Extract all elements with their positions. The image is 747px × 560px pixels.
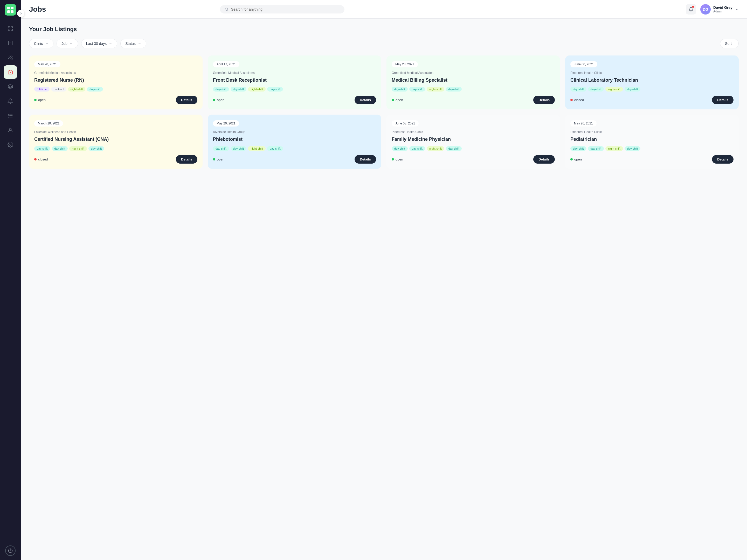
- job-tag: night-shift: [68, 87, 85, 91]
- details-button[interactable]: Details: [712, 96, 733, 104]
- filter-clinic[interactable]: Clinic: [29, 39, 53, 48]
- card-date: April 17, 2021: [213, 61, 239, 68]
- card-date: May 20, 2021: [34, 61, 60, 68]
- card-tags: day-shiftday-shiftnight-shiftday-shift: [392, 146, 555, 151]
- job-tag: day-shift: [392, 146, 408, 151]
- status-label: open: [395, 157, 403, 161]
- app-logo[interactable]: [5, 4, 16, 16]
- job-tag: day-shift: [267, 146, 283, 151]
- job-card: June 08, 2021 Pinecrest Health Clinic Fa…: [386, 114, 560, 168]
- sidebar-item-jobs[interactable]: [4, 65, 17, 79]
- card-title: Clinical Laboratory Technician: [570, 77, 733, 83]
- card-footer: open Details: [570, 155, 733, 164]
- job-tag: night-shift: [606, 87, 623, 91]
- card-tags: full-timecontractnight-shiftday-shift: [34, 87, 197, 91]
- card-clinic: Greenfield Medical Associates: [213, 71, 376, 75]
- sidebar-item-reports[interactable]: [4, 36, 17, 50]
- job-tag: night-shift: [69, 146, 87, 151]
- job-tag: night-shift: [248, 146, 265, 151]
- job-tag: night-shift: [606, 146, 623, 151]
- header: Jobs DG David Grey Admin: [21, 0, 747, 19]
- sidebar-item-team[interactable]: [4, 51, 17, 64]
- chevron-down-icon: [45, 42, 49, 45]
- sidebar-item-notifications[interactable]: [4, 95, 17, 108]
- user-menu[interactable]: DG David Grey Admin: [700, 4, 739, 15]
- details-button[interactable]: Details: [712, 155, 733, 164]
- svg-rect-2: [7, 10, 10, 13]
- sidebar-item-tasks[interactable]: [4, 109, 17, 123]
- sidebar-item-settings[interactable]: [4, 138, 17, 152]
- svg-rect-0: [7, 7, 10, 9]
- job-tag: day-shift: [52, 146, 68, 151]
- filter-date[interactable]: Last 30 days: [81, 39, 117, 48]
- card-footer: closed Details: [570, 96, 733, 104]
- card-footer: open Details: [392, 155, 555, 164]
- status-label: open: [217, 98, 224, 102]
- svg-rect-7: [11, 29, 12, 31]
- status-badge: open: [34, 98, 46, 102]
- card-title: Pediatrician: [570, 136, 733, 142]
- status-label: open: [574, 157, 582, 161]
- details-button[interactable]: Details: [355, 155, 376, 164]
- job-tag: night-shift: [248, 87, 265, 91]
- nav-items: [0, 22, 21, 152]
- details-button[interactable]: Details: [176, 96, 197, 104]
- search-bar[interactable]: [220, 5, 344, 14]
- sort-button[interactable]: Sort: [720, 39, 739, 48]
- status-dot: [34, 158, 36, 160]
- card-clinic: Greenfield Medical Associates: [34, 71, 197, 75]
- status-label: open: [217, 157, 224, 161]
- details-button[interactable]: Details: [176, 155, 197, 164]
- user-text: David Grey Admin: [713, 5, 732, 13]
- svg-point-12: [9, 56, 10, 58]
- filter-status[interactable]: Status: [120, 39, 146, 48]
- job-card: May 28, 2021 Greenfield Medical Associat…: [386, 55, 560, 109]
- job-tag: day-shift: [392, 87, 408, 91]
- card-date: March 10, 2021: [34, 120, 63, 127]
- job-tag: contract: [51, 87, 67, 91]
- job-tag: night-shift: [427, 146, 444, 151]
- details-button[interactable]: Details: [533, 155, 555, 164]
- avatar: DG: [700, 4, 711, 15]
- status-label: closed: [574, 98, 584, 102]
- status-badge: closed: [570, 98, 584, 102]
- card-tags: day-shiftday-shiftnight-shiftday-shift: [34, 146, 197, 151]
- notification-badge: [692, 6, 694, 8]
- sidebar-item-layers[interactable]: [4, 80, 17, 93]
- job-card: May 20, 2021 Pinecrest Health Clinic Ped…: [565, 114, 739, 168]
- sidebar-item-dashboard[interactable]: [4, 22, 17, 35]
- job-tag: day-shift: [446, 87, 462, 91]
- job-card: March 10, 2021 Lakeside Wellness and Hea…: [29, 114, 203, 168]
- status-label: open: [38, 98, 46, 102]
- status-dot: [34, 99, 36, 101]
- card-clinic: Pinecrest Health Clinic: [570, 130, 733, 134]
- job-tag: day-shift: [231, 146, 247, 151]
- job-tag: day-shift: [446, 146, 462, 151]
- details-button[interactable]: Details: [533, 96, 555, 104]
- card-footer: open Details: [392, 96, 555, 104]
- job-tag: day-shift: [34, 146, 50, 151]
- filter-job[interactable]: Job: [56, 39, 78, 48]
- page-title: Jobs: [29, 5, 46, 14]
- chevron-down-icon: [70, 42, 73, 45]
- status-dot: [392, 99, 394, 101]
- card-tags: day-shiftday-shiftnight-shiftday-shift: [570, 87, 733, 91]
- job-tag: day-shift: [409, 146, 426, 151]
- search-input[interactable]: [231, 7, 340, 11]
- user-name: David Grey: [713, 5, 732, 9]
- svg-point-25: [225, 8, 228, 10]
- chevron-down-icon: [138, 42, 141, 45]
- card-date: June 06, 2021: [570, 61, 597, 68]
- filter-bar: Clinic Job Last 30 days Status Sort: [29, 39, 739, 48]
- card-clinic: Greenfield Medical Associates: [392, 71, 555, 75]
- sidebar-bottom: [5, 545, 16, 556]
- chevron-down-icon: [735, 7, 739, 11]
- sidebar-item-profile[interactable]: [4, 124, 17, 137]
- job-tag: day-shift: [213, 87, 229, 91]
- card-title: Registered Nurse (RN): [34, 77, 197, 83]
- details-button[interactable]: Details: [355, 96, 376, 104]
- help-button[interactable]: [5, 545, 16, 556]
- notification-button[interactable]: [686, 4, 696, 15]
- sidebar-toggle[interactable]: [17, 10, 24, 17]
- card-clinic: Pinecrest Health Clinic: [570, 71, 733, 75]
